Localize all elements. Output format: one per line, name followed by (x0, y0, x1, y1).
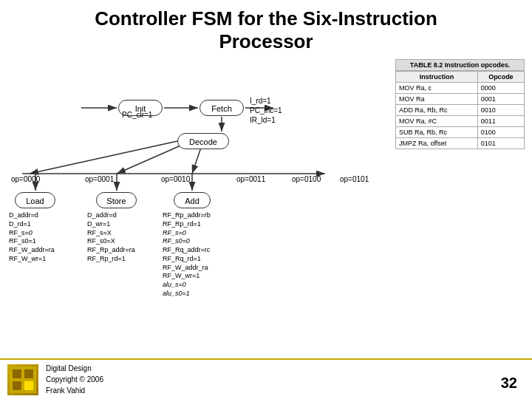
add-signals: RF_Rp_addr=rbRF_Rp_rd=1RF_s=0RF_s0=0RF_R… (163, 211, 211, 298)
table-row: MOV Ra, #C0011 (396, 116, 525, 127)
table-header-instruction: Instruction (396, 72, 478, 83)
instruction-cell: MOV Ra, c (396, 83, 478, 94)
load-signals: D_addr=dD_rd=1RF_s=0RF_s0=1RF_W_addr=raR… (9, 211, 55, 263)
svg-rect-16 (24, 381, 33, 390)
state-fetch: Fetch (200, 100, 244, 116)
table-title: TABLE 8.2 Instruction opcodes. (395, 59, 525, 71)
table-header-opcode: Opcode (477, 72, 524, 83)
table-row: JMPZ Ra, offset0101 (396, 138, 525, 149)
instruction-cell: ADD Ra, Rb, Rc (396, 105, 478, 116)
opcode-cell: 0010 (477, 105, 524, 116)
table-row: MOV Ra, c0000 (396, 83, 525, 94)
instruction-cell: SUB Ra, Rb, Rc (396, 127, 478, 138)
opcode-cell: 0000 (477, 83, 524, 94)
op-0001-label: op=0001 (85, 175, 114, 183)
page-number: 32 (501, 375, 517, 392)
opcode-cell: 0100 (477, 127, 524, 138)
logo-icon (7, 364, 38, 395)
opcode-cell: 0001 (477, 94, 524, 105)
state-add: Add (174, 192, 211, 208)
op-0000-label: op=0000 (11, 175, 40, 183)
op-0010-label: op=0010 (161, 175, 190, 183)
instruction-cell: MOV Ra, #C (396, 116, 478, 127)
state-load: Load (15, 192, 55, 208)
table-row: MOV Ra0001 (396, 94, 525, 105)
instruction-table: Instruction Opcode MOV Ra, c0000MOV Ra00… (395, 71, 525, 149)
copyright-text: Digital Design Copyright © 2006 Frank Va… (46, 363, 103, 396)
svg-line-5 (30, 141, 177, 174)
instruction-table-area: TABLE 8.2 Instruction opcodes. Instructi… (395, 59, 525, 340)
fetch-output-label: I_rd=1PC_inc=1IR_ld=1 (250, 96, 282, 125)
svg-rect-14 (24, 369, 33, 378)
instruction-cell: JMPZ Ra, offset (396, 138, 478, 149)
page-title: Controller FSM for the Six-Instruction P… (0, 0, 532, 53)
opcode-cell: 0101 (477, 138, 524, 149)
op-0011-label: op=0011 (236, 175, 265, 183)
state-decode: Decode (177, 133, 229, 149)
pc-clr-label: PC_clr=1 (122, 111, 152, 119)
table-row: SUB Ra, Rb, Rc0100 (396, 127, 525, 138)
op-0100-label: op=0100 (292, 175, 321, 183)
op-0101-label: op=0101 (340, 175, 369, 183)
svg-rect-13 (13, 369, 21, 378)
instruction-cell: MOV Ra (396, 94, 478, 105)
table-row: ADD Ra, Rb, Rc0010 (396, 105, 525, 116)
svg-rect-15 (13, 381, 21, 390)
state-store: Store (96, 192, 137, 208)
bottom-bar: Digital Design Copyright © 2006 Frank Va… (0, 358, 532, 399)
opcode-cell: 0011 (477, 116, 524, 127)
store-signals: D_addr=dD_wr=1RF_s=XRF_s0=XRF_Rp_addr=ra… (87, 211, 135, 263)
